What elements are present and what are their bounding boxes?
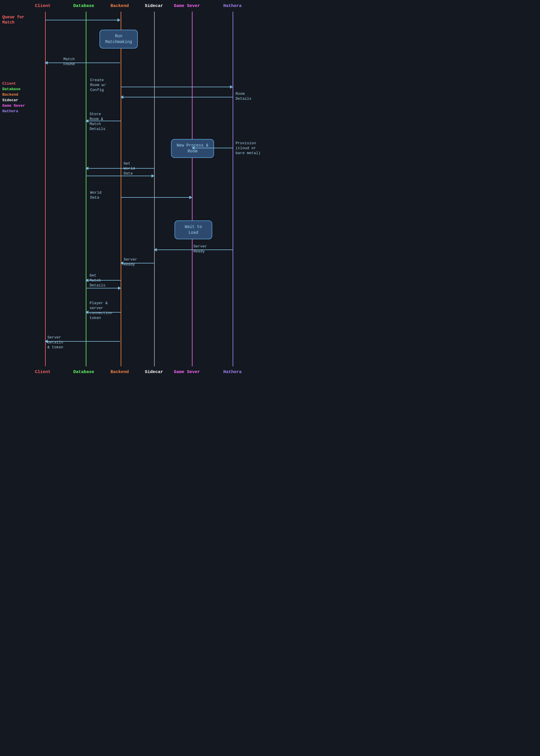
arrow-get-world-data-2 [86,176,154,176]
label-match-found: MatchFound [64,57,75,67]
actor-gamesever-bottom: Game Sever [174,370,200,375]
actor-hathora-top: Hathora [223,3,242,8]
label-server-details: Serverdetails& token [48,335,64,350]
arrow-room-details [121,97,233,97]
label-create-room: CreateRoom w/Config [90,78,106,93]
box-wait-to-load: Wait toLoad [175,220,212,239]
arrow-get-match-2 [86,288,121,289]
box-run-matchmaking: RunMatchmaking [99,30,138,49]
lifeline-sidecar [154,12,155,366]
actor-client-bottom: Client [35,370,51,375]
arrow-world-data [121,197,192,198]
actor-sidecar-top: Sidecar [145,3,163,8]
actor-backend-top: Backend [110,3,129,8]
lifeline-backend [121,12,121,366]
sequence-diagram: Client Database Backend Sidecar Game Sev… [0,0,270,378]
legend-backend: Backend [2,92,25,97]
actor-database-top: Database [73,3,94,8]
actor-sidecar-bottom: Sidecar [145,370,163,375]
actor-hathora-bottom: Hathora [223,370,242,375]
queue-for-match-label: Queue forMatch [2,15,24,25]
label-store-room: StoreRoom &MatchDetails [89,112,105,132]
legend-hathora: Hathora [2,109,25,113]
label-get-match-details: GetMatchDetails [89,273,105,288]
legend: Client Database Backend Sidecar Game Sev… [2,81,25,113]
label-server-ready-2: ServerReady [124,257,137,267]
arrow-queue-match [45,20,120,20]
label-room-details: RoomDetails [235,92,251,101]
arrow-get-world-data-1 [86,168,154,169]
actor-backend-bottom: Backend [110,370,129,375]
label-player-token: Player &serverconnectiontoken [89,301,112,321]
arrow-match-found [45,63,120,63]
label-world-data: WorldData [90,190,101,200]
actor-database-bottom: Database [73,370,94,375]
label-get-world-data: GetWorldData [124,161,135,176]
actor-client-top: Client [35,3,51,8]
lifeline-hathora [233,12,233,366]
arrow-create-room [121,87,233,87]
legend-sidecar: Sidecar [2,98,25,102]
legend-client: Client [2,81,25,86]
legend-gamesever: Game Sever [2,103,25,108]
actor-gamesever-top: Game Sever [174,3,200,8]
legend-database: Database [2,87,25,91]
lifeline-gamesever [192,12,193,366]
arrow-provision [192,148,233,148]
label-provision: Provision(cloud orbare metal) [235,141,261,156]
lifeline-client [45,12,46,366]
label-server-ready-1: ServerReady [194,244,207,254]
